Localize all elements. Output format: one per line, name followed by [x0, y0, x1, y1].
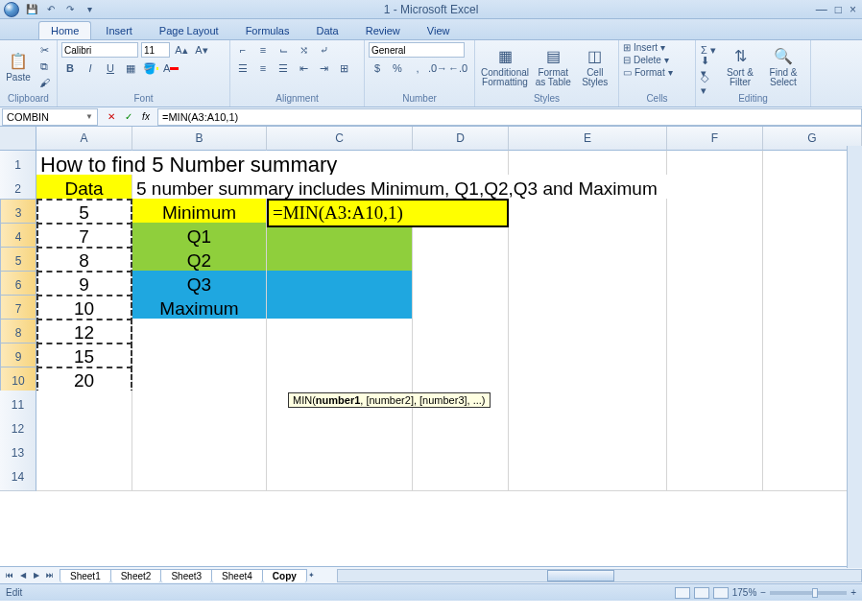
col-header-A[interactable]: A: [36, 127, 132, 151]
align-right-button[interactable]: ☰: [275, 60, 292, 76]
tab-page-layout[interactable]: Page Layout: [147, 21, 231, 39]
cell-styles-button[interactable]: ◫Cell Styles: [576, 42, 615, 90]
paste-icon: 📋: [8, 51, 29, 72]
number-format-select[interactable]: [369, 42, 465, 58]
zoom-slider[interactable]: [770, 591, 847, 595]
cut-button[interactable]: ✂: [36, 42, 53, 58]
group-font: A▴ A▾ B I U ▦ 🪣 A Font: [58, 40, 230, 107]
minimize-button[interactable]: —: [816, 3, 827, 16]
normal-view-button[interactable]: [675, 587, 690, 599]
first-sheet-button[interactable]: ⏮: [4, 570, 15, 581]
copy-button[interactable]: ⧉: [36, 59, 53, 74]
fill-color-button[interactable]: 🪣: [142, 60, 159, 76]
align-bottom-button[interactable]: ⌙: [275, 42, 292, 58]
decrease-decimal-button[interactable]: ←.0: [449, 60, 467, 76]
increase-decimal-button[interactable]: .0→: [429, 60, 446, 76]
tab-home[interactable]: Home: [38, 21, 91, 39]
insert-function-button[interactable]: fx: [138, 109, 154, 125]
sheet-tab-2[interactable]: Sheet2: [110, 569, 162, 582]
tab-review[interactable]: Review: [353, 21, 413, 39]
cancel-formula-button[interactable]: ✕: [104, 109, 119, 125]
align-middle-button[interactable]: ≡: [254, 42, 272, 58]
col-header-F[interactable]: F: [667, 127, 763, 151]
align-top-button[interactable]: ⌐: [234, 42, 251, 58]
increase-font-button[interactable]: A▴: [173, 42, 190, 58]
paste-button[interactable]: 📋 Paste: [4, 42, 33, 90]
group-number: $ % , .0→ ←.0 Number: [365, 40, 475, 107]
format-as-table-button[interactable]: ▤Format as Table: [534, 42, 573, 90]
horizontal-scrollbar[interactable]: [337, 569, 862, 582]
status-bar: Edit 175% − +: [0, 583, 862, 601]
merge-button[interactable]: ⊞: [335, 60, 352, 76]
format-painter-button[interactable]: 🖌: [36, 75, 53, 90]
save-icon[interactable]: 💾: [25, 3, 38, 16]
tab-insert[interactable]: Insert: [93, 21, 145, 39]
vertical-scrollbar[interactable]: [847, 146, 862, 568]
wrap-text-button[interactable]: ⤶: [315, 42, 332, 58]
insert-cells-button[interactable]: ⊞Insert ▾: [623, 42, 665, 53]
col-header-C[interactable]: C: [267, 127, 413, 151]
qat-dropdown-icon[interactable]: ▾: [83, 3, 96, 16]
underline-button[interactable]: U: [102, 60, 119, 76]
conditional-formatting-button[interactable]: ▦Conditional Formatting: [479, 42, 531, 90]
row-header-14[interactable]: 14: [0, 462, 36, 491]
redo-icon[interactable]: ↷: [63, 3, 77, 16]
ribbon-tabs: Home Insert Page Layout Formulas Data Re…: [0, 19, 862, 40]
format-icon: ▭: [623, 67, 632, 78]
scrollbar-thumb[interactable]: [547, 570, 614, 581]
clear-button[interactable]: ◇ ▾: [700, 77, 717, 92]
currency-button[interactable]: $: [369, 60, 386, 76]
tab-formulas[interactable]: Formulas: [233, 21, 302, 39]
find-icon: 🔍: [773, 46, 794, 67]
col-header-B[interactable]: B: [132, 127, 267, 151]
page-break-view-button[interactable]: [713, 587, 729, 599]
insert-icon: ⊞: [623, 42, 631, 53]
comma-button[interactable]: ,: [409, 60, 426, 76]
undo-icon[interactable]: ↶: [44, 3, 58, 16]
formula-input[interactable]: =MIN(A3:A10,1): [157, 108, 862, 126]
font-color-button[interactable]: A: [162, 60, 180, 76]
select-all-corner[interactable]: [0, 127, 36, 151]
last-sheet-button[interactable]: ⏭: [44, 570, 56, 581]
sheet-tab-4[interactable]: Sheet4: [211, 569, 263, 582]
bold-button[interactable]: B: [61, 60, 79, 76]
name-box[interactable]: COMBIN ▼: [2, 108, 98, 126]
align-center-button[interactable]: ≡: [254, 60, 272, 76]
zoom-in-button[interactable]: +: [850, 587, 856, 598]
col-header-D[interactable]: D: [413, 127, 509, 151]
namebox-dropdown-icon[interactable]: ▼: [85, 112, 93, 121]
sheet-tab-copy[interactable]: Copy: [262, 569, 307, 582]
font-name-select[interactable]: [61, 42, 138, 58]
orientation-button[interactable]: ⤭: [295, 42, 312, 58]
office-button[interactable]: [4, 2, 19, 17]
cell-styles-icon: ◫: [585, 46, 606, 67]
close-button[interactable]: ×: [850, 3, 856, 16]
cell-C3[interactable]: =MIN(A3:A10,1): [267, 199, 509, 227]
border-button[interactable]: ▦: [122, 60, 139, 76]
decrease-font-button[interactable]: A▾: [193, 42, 210, 58]
new-sheet-button[interactable]: ✦: [306, 570, 318, 581]
tab-data[interactable]: Data: [303, 21, 350, 39]
align-left-button[interactable]: ☰: [234, 60, 251, 76]
italic-button[interactable]: I: [82, 60, 99, 76]
sheet-tab-1[interactable]: Sheet1: [60, 569, 111, 582]
col-header-E[interactable]: E: [509, 127, 667, 151]
maximize-button[interactable]: □: [835, 3, 842, 16]
delete-cells-button[interactable]: ⊟Delete ▾: [623, 55, 669, 65]
prev-sheet-button[interactable]: ◀: [17, 570, 29, 581]
tab-view[interactable]: View: [415, 21, 463, 39]
format-cells-button[interactable]: ▭Format ▾: [623, 67, 673, 78]
page-layout-view-button[interactable]: [694, 587, 709, 599]
find-select-button[interactable]: 🔍Find & Select: [763, 42, 803, 90]
font-size-select[interactable]: [141, 42, 170, 58]
next-sheet-button[interactable]: ▶: [31, 570, 42, 581]
zoom-out-button[interactable]: −: [760, 587, 766, 598]
sort-filter-button[interactable]: ⇅Sort & Filter: [720, 42, 760, 90]
percent-button[interactable]: %: [389, 60, 406, 76]
increase-indent-button[interactable]: ⇥: [315, 60, 332, 76]
enter-formula-button[interactable]: ✓: [121, 109, 136, 125]
decrease-indent-button[interactable]: ⇤: [295, 60, 312, 76]
spreadsheet-grid[interactable]: A B C D E F G 1 How to find 5 Number sum…: [0, 127, 862, 566]
sheet-tab-3[interactable]: Sheet3: [160, 569, 212, 582]
zoom-level: 175%: [732, 587, 757, 598]
